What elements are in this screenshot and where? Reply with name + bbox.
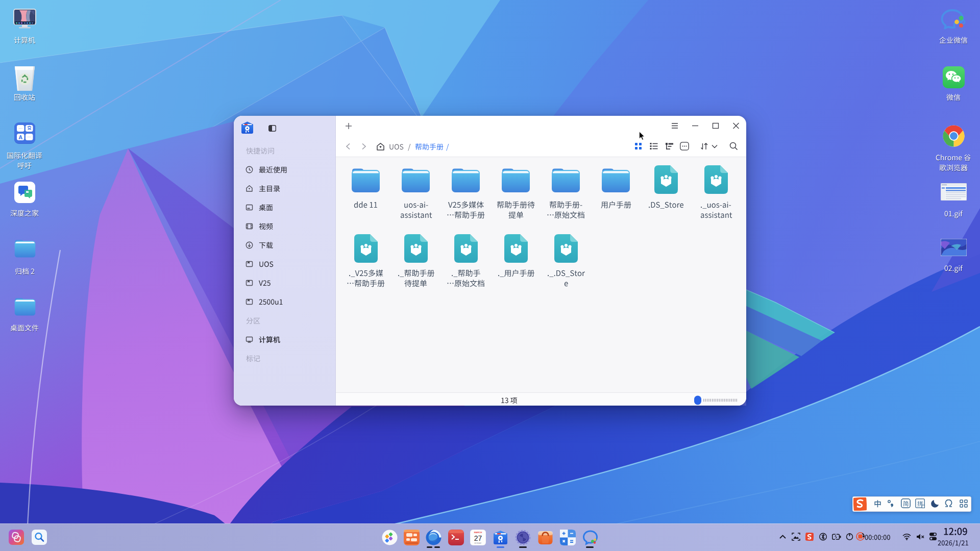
svg-text:···: ···	[18, 126, 22, 131]
svg-text:27: 27	[474, 534, 482, 542]
svg-text:···: ···	[27, 135, 31, 139]
svg-text:MONDAY: MONDAY	[475, 542, 482, 544]
svg-text:MARCH: MARCH	[474, 531, 482, 534]
svg-text:A: A	[18, 134, 22, 140]
